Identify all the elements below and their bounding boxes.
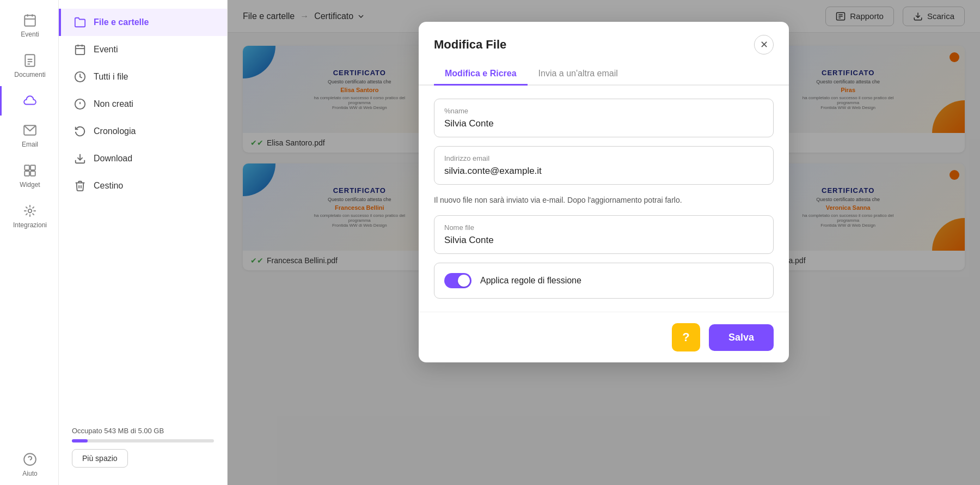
email-field-label: Indirizzo email bbox=[444, 154, 763, 162]
filename-label: Nome file bbox=[444, 223, 763, 232]
storage-bar-fill bbox=[72, 439, 88, 442]
nav-sidebar: File e cartelle Eventi Tutti i file Non … bbox=[59, 0, 228, 485]
tab-modifica-e-ricrea[interactable]: Modifica e Ricrea bbox=[434, 63, 528, 86]
storage-section: Occupato 543 MB di 5.00 GB Più spazio bbox=[59, 418, 227, 476]
modal-edit-file: Modifica File ✕ Modifica e Ricrea Invia … bbox=[419, 22, 789, 362]
modal-close-button[interactable]: ✕ bbox=[754, 35, 774, 54]
name-field[interactable]: %name bbox=[434, 99, 774, 137]
sidebar-icon-eventi[interactable]: Eventi bbox=[0, 5, 58, 46]
svg-rect-9 bbox=[24, 165, 29, 170]
svg-rect-0 bbox=[24, 15, 35, 26]
storage-label: Occupato 543 MB di 5.00 GB bbox=[72, 427, 214, 435]
more-space-button[interactable]: Più spazio bbox=[72, 449, 128, 468]
main-area: File e cartelle → Certificato Rapporto bbox=[228, 0, 980, 485]
nav-label-cestino: Cestino bbox=[94, 181, 123, 191]
sidebar-icon-documenti[interactable]: Documenti bbox=[0, 46, 58, 86]
nav-item-download[interactable]: Download bbox=[59, 145, 227, 172]
modal-body: %name Indirizzo email silvia.conte@examp… bbox=[419, 86, 789, 312]
email-field[interactable]: Indirizzo email silvia.conte@example.it bbox=[434, 146, 774, 185]
nav-item-tutti-i-file[interactable]: Tutti i file bbox=[59, 63, 227, 90]
nav-label-tutti-i-file: Tutti i file bbox=[94, 72, 128, 82]
svg-point-14 bbox=[24, 453, 36, 465]
modal-overlay: Modifica File ✕ Modifica e Ricrea Invia … bbox=[228, 0, 980, 485]
sidebar-icon-aiuto[interactable]: Aiuto bbox=[0, 445, 58, 485]
modal-footer: ? Salva bbox=[419, 312, 789, 362]
modal-tabs: Modifica e Ricrea Invia a un'altra email bbox=[419, 54, 789, 86]
svg-rect-4 bbox=[25, 54, 34, 66]
nav-item-cestino[interactable]: Cestino bbox=[59, 172, 227, 199]
sidebar-icon-integrazioni[interactable]: Integrazioni bbox=[0, 196, 58, 237]
svg-point-13 bbox=[28, 209, 32, 213]
sidebar-icon-widget[interactable]: Widget bbox=[0, 156, 58, 196]
nav-item-non-creati[interactable]: Non creati bbox=[59, 90, 227, 118]
email-value: silvia.conte@example.it bbox=[444, 166, 763, 177]
save-button[interactable]: Salva bbox=[709, 324, 774, 351]
toggle-label: Applica regole di flessione bbox=[480, 276, 581, 286]
svg-rect-10 bbox=[30, 165, 35, 170]
toggle-row: Applica regole di flessione bbox=[434, 263, 774, 299]
filename-field[interactable]: Nome file bbox=[434, 215, 774, 254]
name-input[interactable] bbox=[444, 118, 763, 129]
nav-item-eventi[interactable]: Eventi bbox=[59, 36, 227, 63]
nav-label-download: Download bbox=[94, 154, 132, 163]
nav-label-file-e-cartelle: File e cartelle bbox=[94, 17, 149, 27]
sidebar-icon-email[interactable]: Email bbox=[0, 116, 58, 156]
tab-invia-email[interactable]: Invia a un'altra email bbox=[528, 63, 629, 86]
modal-title: Modifica File bbox=[434, 38, 506, 52]
filename-input[interactable] bbox=[444, 235, 763, 246]
storage-bar-bg bbox=[72, 439, 214, 442]
nav-label-non-creati: Non creati bbox=[94, 99, 133, 109]
nav-item-cronologia[interactable]: Cronologia bbox=[59, 118, 227, 145]
help-button[interactable]: ? bbox=[672, 323, 700, 351]
icon-sidebar: Eventi Documenti Email Widget bbox=[0, 0, 59, 485]
nav-label-eventi: Eventi bbox=[94, 45, 118, 54]
sidebar-icon-cloud[interactable] bbox=[0, 86, 58, 116]
modal-header: Modifica File ✕ bbox=[419, 22, 789, 54]
nav-label-cronologia: Cronologia bbox=[94, 126, 136, 136]
toggle-knob bbox=[458, 275, 470, 287]
toggle-switch[interactable] bbox=[444, 273, 471, 288]
nav-item-file-e-cartelle[interactable]: File e cartelle bbox=[59, 9, 227, 36]
svg-rect-11 bbox=[24, 171, 29, 176]
info-text: Il nuovo file non sarà inviato via e-mai… bbox=[434, 193, 774, 207]
svg-rect-12 bbox=[30, 171, 35, 176]
svg-rect-16 bbox=[76, 46, 85, 55]
name-field-label: %name bbox=[444, 107, 763, 115]
